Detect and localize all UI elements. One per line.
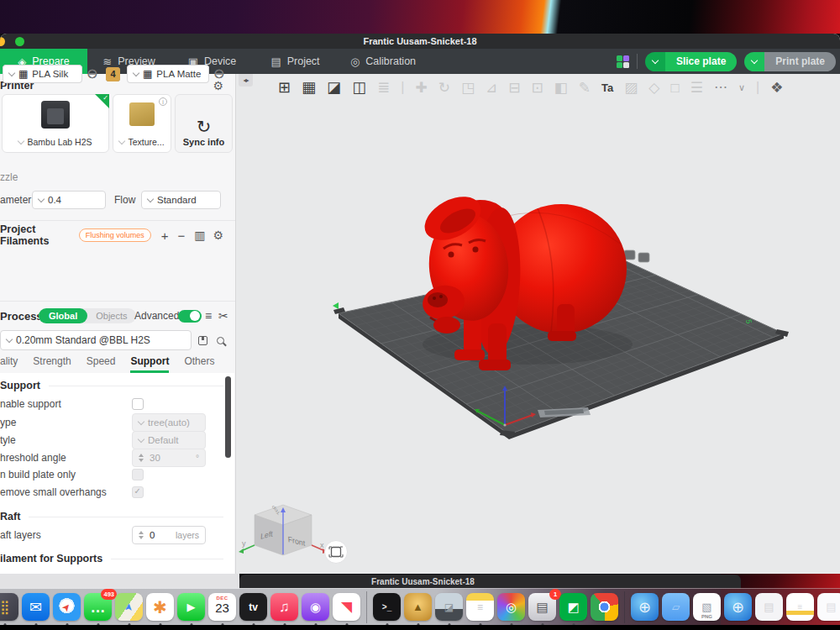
dock-minimized-window-3[interactable]: ▤	[817, 593, 840, 621]
assembly-view-icon[interactable]: ❖	[770, 81, 783, 95]
remove-filament-circle-icon[interactable]: ⊖	[87, 67, 97, 81]
lay-flat-tool-icon[interactable]: ⊿	[486, 81, 497, 95]
scope-objects[interactable]: Objects	[87, 308, 135, 323]
dock-calendar[interactable]: DEC 23	[208, 593, 236, 621]
advanced-toggle[interactable]	[178, 310, 202, 323]
tab-quality[interactable]: ality	[0, 355, 18, 373]
add-filament-icon[interactable]: +	[161, 229, 169, 242]
search-icon[interactable]	[217, 337, 224, 344]
fit-view-button[interactable]	[325, 541, 348, 564]
filament-stack-icon[interactable]: ▥	[194, 229, 205, 241]
import-plate-icon[interactable]: ▦	[302, 80, 316, 95]
spinner-arrows-icon[interactable]	[139, 531, 144, 539]
more-tools-icon[interactable]: ⋯	[714, 81, 727, 94]
import-model-icon[interactable]: ⊞	[278, 80, 291, 95]
flushing-volumes-button[interactable]: Flushing volumes	[79, 228, 151, 242]
print-plate-button[interactable]: Print plate	[744, 52, 836, 71]
customize-icon[interactable]: ✂	[218, 310, 228, 322]
raft-layers-spinner[interactable]: 0 layers	[132, 526, 206, 544]
remove-filament-circle-icon[interactable]: ⊖	[213, 67, 224, 81]
nozzle-diameter-select[interactable]: 0.4	[32, 191, 106, 209]
dock-launchpad[interactable]: ⣿	[0, 593, 18, 621]
parameter-list-icon[interactable]: ≡	[205, 310, 212, 322]
sync-info-button[interactable]: ↻ Sync info	[175, 94, 233, 153]
printer-settings-gear-icon[interactable]: ⚙	[213, 80, 223, 92]
auto-arrange-icon[interactable]: ◫	[352, 80, 366, 95]
dock-png-file[interactable]: ▧ PNG	[693, 593, 721, 621]
scope-global[interactable]: Global	[39, 308, 87, 323]
dock-gold-statue-app[interactable]: ▲	[404, 593, 432, 621]
dock-messages[interactable]: … 493	[84, 593, 112, 621]
auto-orient-icon[interactable]: ◪	[327, 80, 341, 95]
plate-only-checkbox[interactable]	[132, 469, 144, 480]
panel-scrollbar[interactable]	[225, 376, 231, 458]
dock-minimized-window-2[interactable]: ≡	[786, 593, 814, 621]
navigation-cube[interactable]: Top Left Front y x	[239, 504, 328, 555]
filament-select-left[interactable]: ▦ PLA Silk	[3, 65, 82, 83]
text-tool-icon[interactable]: Ta	[601, 82, 613, 93]
texture-tool-icon[interactable]: ▨	[624, 81, 638, 95]
dock-folder[interactable]: ▱	[662, 593, 690, 621]
dock-safari[interactable]: ➤	[53, 593, 81, 621]
toolbar-separator[interactable]: |	[401, 81, 404, 94]
dock-terminal[interactable]: >_	[373, 593, 401, 621]
model-pig[interactable]	[417, 188, 633, 370]
filament-settings-gear-icon[interactable]: ⚙	[213, 229, 223, 241]
support-type-select[interactable]: tree(auto)	[132, 413, 206, 432]
build-plate-card[interactable]: i Texture...	[113, 94, 171, 153]
dock-music[interactable]: ♫	[270, 593, 298, 621]
dock-apple-tv[interactable]: tv	[239, 593, 267, 621]
split-view-icon[interactable]: ≣	[377, 80, 390, 95]
enable-support-checkbox[interactable]	[132, 398, 144, 410]
dock-mail[interactable]: ✉	[22, 593, 50, 621]
toolbar-separator[interactable]: |	[756, 81, 759, 94]
split-objects-icon[interactable]: ⊟	[508, 81, 520, 95]
seam-tool-icon[interactable]: □	[670, 81, 679, 95]
process-preset-select[interactable]: 0.20mm Standard @BBL H2S	[0, 330, 192, 350]
plates-manager-icon[interactable]	[617, 55, 629, 68]
viewport-3d[interactable]: 5	[236, 74, 840, 574]
tab-calibration[interactable]: ◎ Calibration	[337, 49, 429, 74]
dock-chrome[interactable]	[591, 593, 618, 621]
dock-printer[interactable]: ▤ 1	[528, 593, 556, 621]
plate-lock-icon[interactable]	[624, 250, 635, 260]
tab-strength[interactable]: Strength	[33, 355, 71, 373]
dock-preview-landscape-app[interactable]: ◪	[435, 593, 463, 621]
dock-color-meter[interactable]: ◎	[497, 593, 525, 621]
window-titlebar[interactable]: Frantic Uusam-Snicket-18	[0, 34, 840, 49]
dock-minimized-window-1[interactable]: ▤	[755, 593, 783, 621]
dock-news[interactable]: ◥	[333, 593, 360, 621]
tab-project[interactable]: ▤ Project	[254, 49, 337, 74]
tab-speed[interactable]: Speed	[87, 355, 116, 373]
dock-notes[interactable]: ≡	[466, 593, 494, 621]
dock-network-globe[interactable]: ⊕	[631, 593, 659, 621]
dock-maps[interactable]: ➤	[115, 593, 143, 621]
filament-select-right[interactable]: ▦ PLA Matte	[127, 65, 209, 83]
print-options-chevron-icon[interactable]	[744, 52, 764, 71]
variable-layer-icon[interactable]: ☰	[690, 81, 703, 95]
process-scope-toggle[interactable]: Global Objects	[39, 308, 136, 323]
scale-tool-icon[interactable]: ◳	[461, 81, 475, 95]
dock-facetime[interactable]: ▶	[177, 593, 205, 621]
dock-network-globe-2[interactable]: ⊕	[724, 593, 752, 621]
background-window-titlebar[interactable]: Frantic Uusam-Snicket-18	[239, 575, 741, 589]
remove-overhangs-checkbox[interactable]	[132, 486, 144, 498]
support-style-select[interactable]: Default	[132, 431, 206, 449]
threshold-angle-spinner[interactable]: 30 °	[132, 449, 206, 467]
tab-support[interactable]: Support	[130, 355, 169, 373]
clone-icon[interactable]: ⊡	[531, 81, 543, 95]
tab-others[interactable]: Others	[184, 355, 214, 373]
dock-podcasts[interactable]: ◉	[302, 593, 329, 621]
dock-photos[interactable]: ✱	[146, 593, 174, 621]
rotate-tool-icon[interactable]: ↻	[438, 81, 450, 95]
remove-filament-icon[interactable]: −	[177, 229, 185, 242]
save-preset-icon[interactable]	[198, 336, 207, 345]
move-tool-icon[interactable]: ✚	[415, 81, 427, 95]
color-group-icon[interactable]: ◧	[554, 81, 568, 95]
flow-select[interactable]: Standard	[141, 191, 221, 209]
mesh-boolean-icon[interactable]: ◇	[648, 81, 659, 95]
plate-settings-icon[interactable]	[638, 253, 649, 262]
more-tools-chevron-icon[interactable]: ∨	[738, 83, 745, 92]
dock-bambu-studio[interactable]: ◩	[559, 593, 587, 621]
printer-card[interactable]: Bambu Lab H2S	[2, 94, 109, 153]
